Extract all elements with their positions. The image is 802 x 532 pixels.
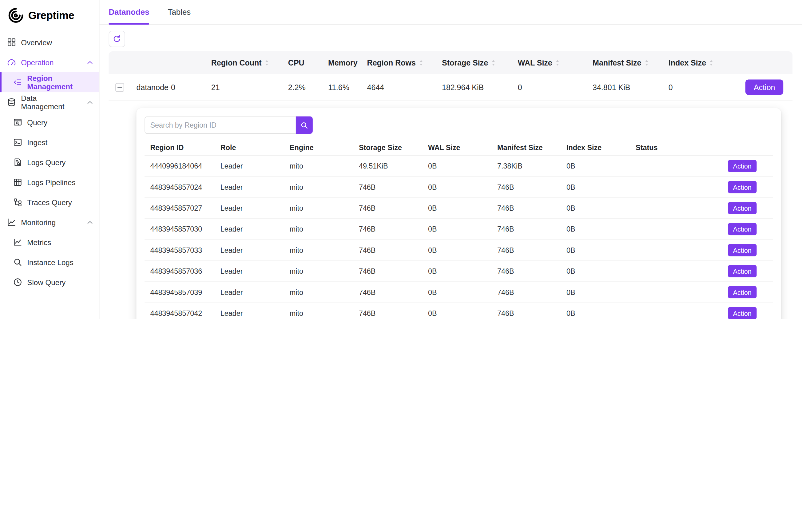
region-id-cell: 4483945857039 (145, 288, 215, 297)
region-manifest-size-cell: 746B (492, 309, 561, 317)
region-engine-cell: mito (284, 246, 354, 254)
sidebar-item-query[interactable]: Query (0, 112, 99, 132)
region-table-body: 4440996184064 Leader mito 49.51KiB 0B 7.… (145, 156, 773, 319)
sidebar-item-label: Logs Pipelines (27, 178, 75, 186)
sidebar-item-label: Slow Query (27, 278, 65, 286)
datanode-action-button[interactable]: Action (745, 79, 783, 95)
datanode-storage-size: 182.964 KiB (438, 83, 514, 91)
region-engine-cell: mito (284, 183, 354, 191)
sort-icon (491, 59, 496, 66)
region-row: 4483945857027 Leader mito 746B 0B 746B 0… (145, 198, 773, 218)
region-id-cell: 4483945857027 (145, 204, 215, 212)
query-icon (13, 118, 22, 127)
region-id-cell: 4483945857024 (145, 183, 215, 191)
region-engine-cell: mito (284, 225, 354, 233)
sidebar-section-label: Monitoring (21, 218, 56, 226)
tab-tables[interactable]: Tables (168, 0, 191, 24)
sidebar-item-overview[interactable]: Overview (0, 32, 99, 52)
region-engine-cell: mito (284, 162, 354, 170)
sidebar-item-traces-query[interactable]: Traces Query (0, 192, 99, 212)
magnifier-icon (13, 258, 22, 267)
sidebar-item-region-management[interactable]: Region Management (0, 72, 99, 92)
region-action-button[interactable]: Action (728, 265, 757, 278)
datanode-region-count: 21 (207, 83, 284, 91)
region-engine-cell: mito (284, 309, 354, 317)
datanode-collapse-toggle[interactable] (115, 83, 123, 91)
region-panel: Region ID Role Engine Storage Size WAL S… (136, 108, 781, 319)
header-storage-size[interactable]: Storage Size (438, 58, 514, 67)
app-root: Greptime Overview Operation (0, 0, 802, 319)
sidebar-item-label: Ingest (27, 138, 47, 146)
sidebar-section-monitoring[interactable]: Monitoring (0, 212, 99, 232)
header-region-count[interactable]: Region Count (207, 58, 284, 67)
sidebar-item-logs-pipelines[interactable]: Logs Pipelines (0, 172, 99, 192)
region-id-cell: 4483945857030 (145, 225, 215, 233)
region-role-cell: Leader (215, 225, 284, 233)
region-index-size-cell: 0B (561, 225, 630, 233)
header-wal-size: WAL Size (422, 144, 492, 152)
database-icon (7, 98, 16, 107)
region-search-bar (145, 116, 773, 134)
sidebar-item-ingest[interactable]: Ingest (0, 132, 99, 152)
sidebar-item-metrics[interactable]: Metrics (0, 232, 99, 252)
header-cpu: CPU (284, 58, 324, 67)
header-label: Storage Size (442, 58, 488, 67)
region-storage-size-cell: 746B (354, 288, 422, 297)
tab-label: Datanodes (109, 7, 149, 17)
sidebar-item-slow-query[interactable]: Slow Query (0, 272, 99, 292)
sidebar-item-instance-logs[interactable]: Instance Logs (0, 252, 99, 272)
region-action-button[interactable]: Action (728, 286, 757, 298)
region-storage-size-cell: 746B (354, 267, 422, 276)
region-search-input[interactable] (145, 116, 296, 134)
header-region-rows[interactable]: Region Rows (363, 58, 438, 67)
sidebar-item-label: Overview (21, 38, 52, 46)
refresh-button[interactable] (109, 31, 125, 47)
region-action-button[interactable]: Action (728, 244, 757, 256)
header-index-size[interactable]: Index Size (664, 58, 739, 67)
sidebar-item-label: Traces Query (27, 198, 72, 206)
region-storage-size-cell: 746B (354, 183, 422, 191)
region-search-button[interactable] (296, 116, 313, 134)
region-action-button[interactable]: Action (728, 181, 757, 193)
region-role-cell: Leader (215, 267, 284, 276)
overview-icon (7, 38, 16, 46)
sidebar-item-logs-query[interactable]: Logs Query (0, 152, 99, 172)
region-row: 4483945857033 Leader mito 746B 0B 746B 0… (145, 240, 773, 261)
region-storage-size-cell: 49.51KiB (354, 162, 422, 170)
region-storage-size-cell: 746B (354, 225, 422, 233)
header-manifest-size: Manifest Size (492, 144, 561, 152)
pipeline-grid-icon (13, 178, 22, 186)
region-row: 4483945857024 Leader mito 746B 0B 746B 0… (145, 177, 773, 198)
region-wal-size-cell: 0B (422, 309, 492, 317)
region-index-size-cell: 0B (561, 309, 630, 317)
sidebar-section-operation[interactable]: Operation (0, 52, 99, 72)
header-region-id: Region ID (145, 144, 215, 152)
header-label: Manifest Size (593, 58, 641, 67)
region-id-cell: 4483945857036 (145, 267, 215, 276)
region-manifest-size-cell: 746B (492, 204, 561, 212)
region-id-cell: 4483945857033 (145, 246, 215, 254)
operation-icon (7, 58, 16, 66)
datanodes-table: Region Count CPU Memory Region Rows St (109, 51, 793, 319)
datanodes-table-header: Region Count CPU Memory Region Rows St (109, 51, 793, 74)
region-action-button[interactable]: Action (728, 223, 757, 235)
header-storage-size: Storage Size (354, 144, 422, 152)
terminal-icon (13, 138, 22, 146)
header-label: Index Size (669, 58, 706, 67)
tab-datanodes[interactable]: Datanodes (109, 0, 149, 24)
header-manifest-size[interactable]: Manifest Size (589, 58, 665, 67)
region-action-button[interactable]: Action (728, 202, 757, 214)
region-action-button[interactable]: Action (728, 307, 757, 319)
sort-icon (644, 59, 649, 66)
header-index-size: Index Size (561, 144, 630, 152)
region-index-size-cell: 0B (561, 246, 630, 254)
clock-icon (13, 278, 22, 287)
search-icon (301, 121, 308, 129)
region-wal-size-cell: 0B (422, 267, 492, 276)
header-wal-size[interactable]: WAL Size (514, 58, 588, 67)
sidebar-section-data-management[interactable]: Data Management (0, 92, 99, 112)
header-role: Role (215, 144, 284, 152)
refresh-icon (113, 35, 121, 43)
region-action-button[interactable]: Action (728, 160, 757, 172)
region-manifest-size-cell: 746B (492, 288, 561, 297)
